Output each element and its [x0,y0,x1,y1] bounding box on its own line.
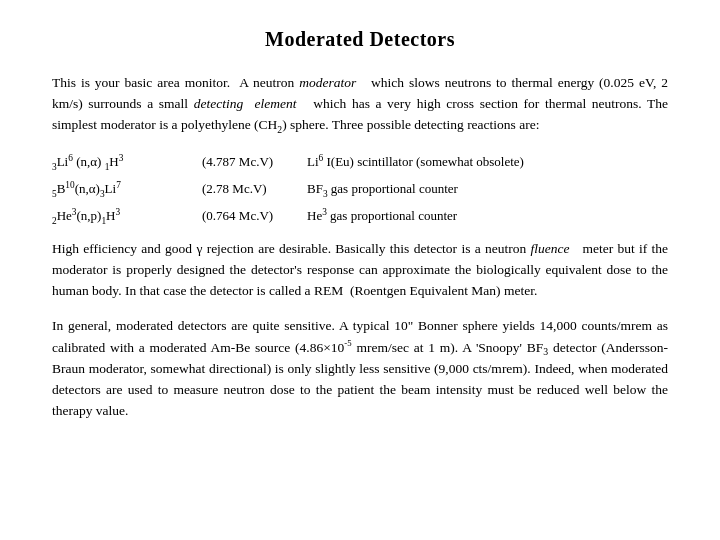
reaction-energy-b10: (2.78 Mc.V) [202,179,307,199]
reaction-row-b10: 5B10(n,α)3Li7 (2.78 Mc.V) BF3 gas propor… [52,178,668,201]
reaction-row-he3: 2He3(n,p)1H3 (0.764 Mc.V) He3 gas propor… [52,205,668,228]
reactions-table: 3Li6 (n,α) 1H3 (4.787 Mc.V) Li6 I(Eu) sc… [52,151,668,228]
reaction-formula-he3: 2He3(n,p)1H3 [52,205,202,228]
intro-paragraph: This is your basic area monitor. A neutr… [52,73,668,137]
reaction-energy-li6: (4.787 Mc.V) [202,152,307,172]
reaction-desc-b10: BF3 gas proportional counter [307,179,668,201]
reaction-desc-he3: He3 gas proportional counter [307,205,668,226]
reaction-formula-li6: 3Li6 (n,α) 1H3 [52,151,202,174]
reaction-energy-he3: (0.764 Mc.V) [202,206,307,226]
page-container: Moderated Detectors This is your basic a… [0,0,720,540]
efficiency-paragraph: High efficiency and good γ rejection are… [52,239,668,302]
reaction-row-li6: 3Li6 (n,α) 1H3 (4.787 Mc.V) Li6 I(Eu) sc… [52,151,668,174]
reaction-desc-li6: Li6 I(Eu) scintillator (somewhat obsolet… [307,151,668,172]
page-title: Moderated Detectors [52,28,668,51]
general-paragraph: In general, moderated detectors are quit… [52,316,668,422]
reaction-formula-b10: 5B10(n,α)3Li7 [52,178,202,201]
